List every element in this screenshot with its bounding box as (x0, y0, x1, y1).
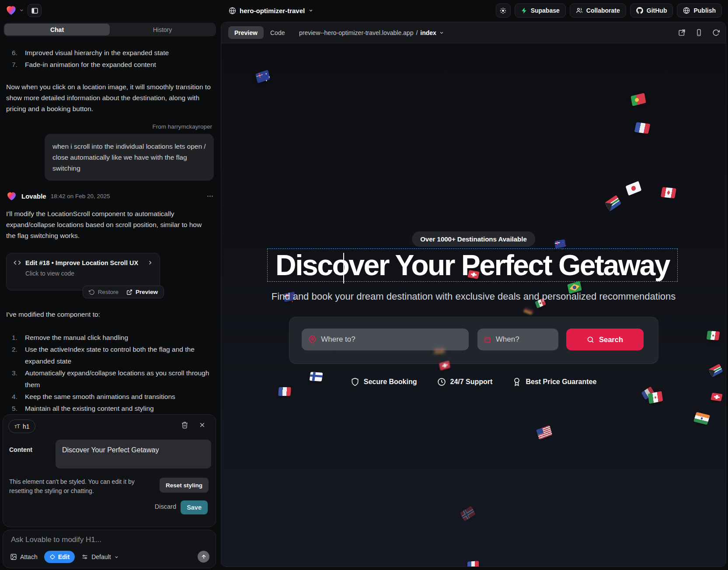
message-menu-button[interactable] (206, 192, 214, 200)
chat-input[interactable] (11, 535, 203, 544)
search-label: Search (599, 336, 623, 344)
hero-subtitle: Find and book your dream destination wit… (221, 291, 726, 302)
feature-item: Best Price Guarantee (512, 378, 596, 386)
search-button[interactable]: Search (566, 329, 644, 350)
send-button[interactable] (198, 551, 209, 563)
publish-button[interactable]: Publish (677, 3, 722, 17)
external-link-icon (678, 29, 686, 36)
save-button[interactable]: Save (181, 500, 208, 514)
panel-toggle-icon (31, 7, 38, 14)
assistant-list-a: 6.Improved visual hierarchy in the expan… (6, 47, 214, 70)
supabase-button[interactable]: Supabase (515, 3, 566, 17)
search-panel: Search (289, 317, 658, 364)
content-textarea[interactable]: Discover Your Perfect Getaway (56, 440, 211, 469)
discard-button[interactable]: Discard (155, 503, 176, 510)
attach-button[interactable]: Attach (10, 553, 38, 560)
edit-card-wrapper: Edit #18 • Improve Location Scroll UX Cl… (6, 253, 160, 290)
tab-code[interactable]: Code (270, 29, 285, 36)
hero-title[interactable]: Discover Your Perfect Getaway (275, 251, 669, 280)
composer-actions: Attach Edit Default (10, 551, 119, 563)
assistant-paragraph: Now when you click on a location image, … (6, 81, 214, 114)
where-to-field[interactable] (302, 329, 469, 350)
github-icon (636, 7, 643, 14)
clock-icon (437, 378, 446, 386)
list-item: 2.Use the activeIndex state to control b… (6, 343, 214, 367)
shield-icon (351, 378, 359, 386)
message-author-label: From harrymckayroper (6, 123, 214, 130)
model-default-selector[interactable]: Default (81, 553, 118, 560)
preview-header: Preview Code preview--hero-optimizer-tra… (221, 22, 726, 43)
refresh-icon (712, 29, 720, 36)
restore-preview-pill: Restore Preview (83, 286, 164, 298)
attach-image-icon (10, 553, 17, 560)
restore-button[interactable]: Restore (89, 289, 118, 295)
mobile-icon (695, 29, 703, 36)
where-to-input[interactable] (321, 335, 462, 344)
edit-mode-button[interactable]: Edit (44, 551, 75, 563)
collaborate-users-icon (576, 7, 583, 14)
assistant-list-b: 1.Remove the manual click handling2.Use … (6, 332, 214, 414)
settings-button[interactable] (496, 3, 511, 17)
publish-globe-icon (683, 7, 690, 14)
content-label: Content (9, 446, 32, 453)
github-button[interactable]: GitHub (630, 3, 673, 17)
preview-header-icons (678, 29, 720, 36)
chat-composer: Attach Edit Default (3, 530, 216, 568)
delete-element-button[interactable] (181, 421, 188, 429)
sidebar-toggle-button[interactable] (28, 4, 42, 17)
chevron-down-icon (308, 8, 313, 13)
preview-button[interactable]: Preview (126, 289, 158, 295)
arrow-up-icon (201, 554, 207, 560)
close-icon (199, 421, 206, 429)
feature-list: Secure Booking24/7 SupportBest Price Gua… (221, 378, 726, 386)
close-editor-button[interactable] (199, 421, 206, 429)
destinations-badge: Over 1000+ Destinations Available (412, 231, 535, 247)
when-field[interactable] (477, 329, 558, 350)
list-item: 3.Automatically expand/collapse location… (6, 367, 214, 391)
user-message-bubble: when i scroll into the individual locati… (45, 134, 214, 181)
lovable-logo-group[interactable] (5, 4, 24, 16)
edit-card-subtitle: Click to view code (25, 270, 153, 277)
edit-mode-label: Edit (58, 553, 70, 560)
tab-history[interactable]: History (110, 24, 215, 35)
edit-version-card[interactable]: Edit #18 • Improve Location Scroll UX Cl… (6, 253, 160, 290)
open-external-button[interactable] (678, 29, 686, 36)
chevron-right-icon (147, 259, 153, 266)
list-item: 7.Fade-in animation for the expanded con… (6, 59, 214, 70)
chat-panel: Chat History 6.Improved visual hierarchy… (0, 21, 220, 570)
sliders-icon (81, 553, 88, 560)
award-icon (512, 378, 521, 386)
list-item: 4.Keep the same smooth animations and tr… (6, 391, 214, 402)
url-host: preview--hero-optimizer-travel.lovable.a… (299, 29, 413, 36)
tab-preview[interactable]: Preview (228, 26, 264, 39)
reset-styling-button[interactable]: Reset styling (160, 478, 209, 493)
globe-icon (229, 7, 236, 14)
attach-label: Attach (20, 553, 38, 560)
lovable-app: hero-optimizer-travel Supabase Collabora… (0, 0, 728, 570)
crosshair-icon (49, 554, 56, 560)
restore-icon (89, 289, 95, 295)
element-editor-panel: тT h1 Content Discover Your Perfect Geta… (3, 414, 216, 527)
restore-label: Restore (98, 289, 118, 295)
preview-url[interactable]: preview--hero-optimizer-travel.lovable.a… (299, 29, 444, 36)
supabase-label: Supabase (531, 7, 560, 14)
top-actions: Supabase Collaborate GitHub Publish (496, 3, 722, 17)
trash-icon (181, 421, 188, 429)
collaborate-button[interactable]: Collaborate (570, 3, 626, 17)
publish-label: Publish (693, 7, 716, 14)
url-page: index (420, 29, 436, 36)
element-tag-label: h1 (23, 423, 30, 430)
external-link-icon (126, 289, 132, 295)
top-bar: hero-optimizer-travel Supabase Collabora… (0, 0, 728, 21)
map-pin-icon (308, 335, 316, 344)
ellipsis-icon (206, 192, 214, 200)
preview-label: Preview (136, 289, 158, 295)
element-tag-chip[interactable]: тT h1 (8, 420, 35, 433)
project-switcher[interactable]: hero-optimizer-travel (229, 0, 313, 21)
refresh-button[interactable] (712, 29, 720, 36)
when-input[interactable] (496, 335, 552, 344)
url-separator: / (416, 29, 418, 36)
mobile-view-button[interactable] (695, 29, 703, 36)
chevron-down-icon (19, 8, 24, 13)
tab-chat[interactable]: Chat (4, 24, 110, 35)
